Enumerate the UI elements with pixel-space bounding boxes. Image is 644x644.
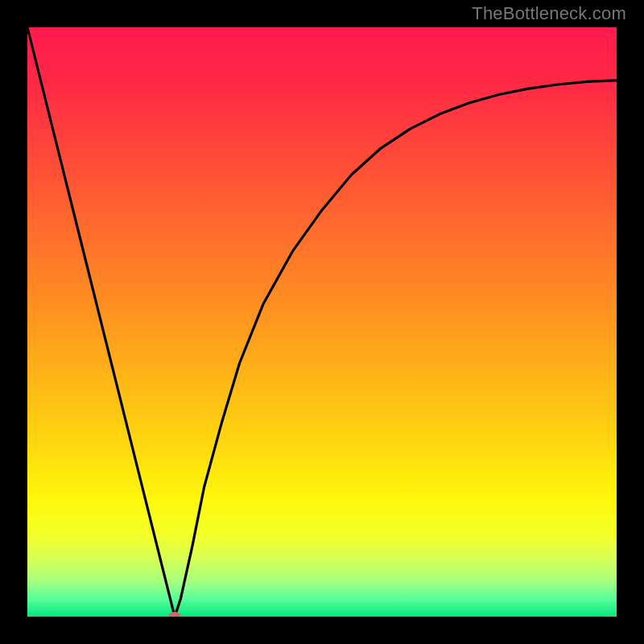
attribution-label: TheBottleneck.com <box>472 3 626 24</box>
bottleneck-curve <box>27 27 617 617</box>
plot-area <box>27 27 617 617</box>
chart-container: TheBottleneck.com <box>0 0 644 644</box>
minimum-marker <box>168 612 181 617</box>
